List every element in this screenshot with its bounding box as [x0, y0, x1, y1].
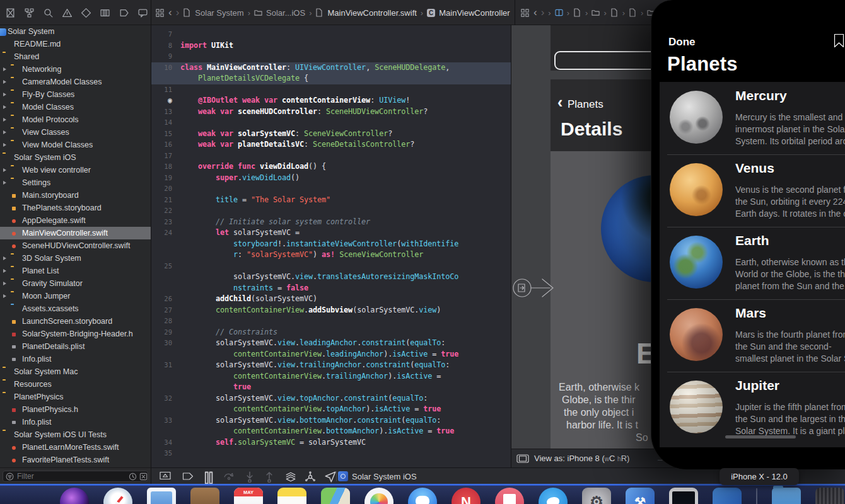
app-icon-xcode-beta[interactable]: [713, 488, 742, 504]
sidebar-file-row[interactable]: Solar System iOS: [0, 151, 151, 164]
sidebar-file-row[interactable]: View Classes: [0, 126, 151, 139]
device-icon[interactable]: [516, 454, 529, 463]
disclosure-triangle-icon[interactable]: [3, 130, 6, 134]
sidebar-file-row[interactable]: Resources: [0, 378, 151, 391]
debug-icon[interactable]: [100, 8, 110, 18]
step-over-icon[interactable]: [223, 471, 235, 481]
sidebar-file-row[interactable]: Assets.xcassets: [0, 302, 151, 315]
sidebar-file-row[interactable]: Solar System Mac: [0, 365, 151, 378]
segue-arrow-icon[interactable]: [511, 270, 558, 306]
forward-button[interactable]: ›: [176, 8, 180, 17]
tests-icon[interactable]: [81, 8, 91, 18]
sidebar-file-row[interactable]: SceneHUDViewController.swift: [0, 239, 151, 252]
disclosure-triangle-icon[interactable]: [3, 67, 6, 71]
app-icon-mail[interactable]: [147, 488, 176, 504]
sidebar-file-row[interactable]: Moon Jumper: [0, 290, 151, 302]
step-out-icon[interactable]: [264, 471, 275, 481]
dock-trash[interactable]: [815, 488, 844, 504]
sidebar-file-row[interactable]: AppDelegate.swift: [0, 214, 151, 227]
disclosure-triangle-icon[interactable]: [3, 256, 6, 260]
sidebar-file-row[interactable]: MainViewController.swift: [0, 227, 151, 239]
sidebar-file-row[interactable]: Gravity Simulator: [0, 277, 151, 290]
app-icon-messages[interactable]: [408, 488, 437, 504]
app-icon-blue-bird[interactable]: [539, 488, 568, 504]
back-button[interactable]: ‹: [533, 8, 537, 17]
app-icon-maps[interactable]: [321, 488, 350, 504]
disclosure-triangle-icon[interactable]: [3, 269, 6, 273]
sidebar-file-row[interactable]: View Model Classes: [0, 139, 151, 151]
sidebar-file-row[interactable]: Info.plist: [0, 353, 151, 365]
source-editor[interactable]: 78import UIKit910class MainViewControlle…: [151, 25, 511, 467]
app-icon-photos[interactable]: [364, 488, 393, 504]
issues-icon[interactable]: [62, 8, 73, 18]
search-icon[interactable]: [43, 8, 54, 18]
folder-icon[interactable]: [592, 8, 600, 17]
files-icon[interactable]: [5, 8, 16, 18]
simulate-location-icon[interactable]: [325, 471, 336, 481]
sidebar-file-row[interactable]: Main.storyboard: [0, 189, 151, 202]
breakpoints-active-icon[interactable]: [182, 471, 194, 481]
memory-graph-icon[interactable]: [305, 471, 316, 481]
app-icon-news[interactable]: N: [452, 488, 481, 504]
sidebar-file-row[interactable]: Info.plist: [0, 416, 151, 428]
pause-icon[interactable]: [203, 471, 214, 481]
back-button-label[interactable]: Planets: [568, 98, 603, 111]
app-icon-notes[interactable]: [277, 488, 306, 504]
toggle-debug-area-icon[interactable]: [160, 471, 171, 481]
disclosure-triangle-icon[interactable]: [3, 143, 6, 147]
sidebar-file-row[interactable]: README.md: [0, 38, 151, 50]
view-hierarchy-icon[interactable]: [285, 471, 296, 481]
storyboard-icon[interactable]: [573, 8, 581, 17]
sidebar-file-row[interactable]: PlanetPhysics.h: [0, 403, 151, 416]
sidebar-file-row[interactable]: Settings: [0, 176, 151, 189]
disclosure-triangle-icon[interactable]: [3, 93, 6, 96]
filter-field[interactable]: Filter: [3, 471, 148, 482]
step-into-icon[interactable]: [244, 471, 255, 481]
disclosure-triangle-icon[interactable]: [3, 181, 6, 185]
disclosure-triangle-icon[interactable]: [3, 118, 6, 122]
sidebar-file-row[interactable]: PlanetLearnMoreTests.swift: [0, 441, 151, 454]
sidebar-file-row[interactable]: SolarSystem-Bridging-Header.h: [0, 328, 151, 340]
app-icon-contacts[interactable]: [190, 488, 219, 504]
sidebar-file-row[interactable]: Fly-By Classes: [0, 88, 151, 101]
sidebar-file-row[interactable]: PlanetPhysics: [0, 391, 151, 403]
app-icon-system-preferences[interactable]: ⚙: [582, 488, 611, 504]
sidebar-file-row[interactable]: Networking: [0, 63, 151, 76]
disclosure-triangle-icon[interactable]: [3, 282, 6, 285]
back-button[interactable]: ‹: [168, 8, 172, 17]
split-icon[interactable]: [555, 8, 563, 17]
disclosure-triangle-icon[interactable]: [3, 105, 6, 109]
related-items-icon[interactable]: [155, 8, 165, 18]
doc-icon[interactable]: [629, 8, 637, 17]
doc-icon[interactable]: [610, 8, 619, 17]
sidebar-file-row[interactable]: 3D Solar System: [0, 252, 151, 265]
sidebar-file-row[interactable]: Shared: [0, 50, 151, 63]
planet-list-item[interactable]: VenusVenus is the second planet fro the …: [660, 154, 845, 227]
planet-list-item[interactable]: MarsMars is the fourth planet from the S…: [660, 299, 845, 372]
view-as-label[interactable]: View as: iPhone 8 (wC hR): [534, 454, 629, 463]
sidebar-file-row[interactable]: Web view controller: [0, 164, 151, 176]
breadcrumb-item[interactable]: MainViewController.swift: [327, 8, 416, 18]
sidebar-file-row[interactable]: ThePlanets.storyboard: [0, 202, 151, 214]
planet-list-item[interactable]: MercuryMercury is the smallest and inner…: [660, 82, 845, 154]
planet-list-item[interactable]: JupiterJupiter is the fifth planet from …: [660, 372, 845, 444]
app-icon-calendar[interactable]: MAY: [234, 488, 263, 504]
home-indicator[interactable]: [725, 435, 796, 438]
breakpoints-icon[interactable]: [119, 8, 129, 18]
breadcrumb-item[interactable]: MainViewController: [439, 8, 510, 18]
breadcrumb-item[interactable]: Solar...iOS: [266, 8, 305, 18]
sidebar-file-row[interactable]: Planet List: [0, 265, 151, 277]
app-icon-siri[interactable]: [60, 488, 89, 504]
app-icon-safari[interactable]: [103, 488, 132, 504]
sidebar-file-row[interactable]: PlanetDetails.plist: [0, 340, 151, 353]
app-icon-xcode[interactable]: ⚒: [626, 488, 655, 504]
sidebar-file-row[interactable]: LaunchScreen.storyboard: [0, 315, 151, 328]
sidebar-file-row[interactable]: CameraModel Classes: [0, 76, 151, 88]
sidebar-file-row[interactable]: Solar System iOS UI Tests: [0, 428, 151, 441]
breadcrumb-item[interactable]: Solar System: [195, 8, 243, 18]
bookmark-icon[interactable]: [834, 33, 844, 48]
disclosure-triangle-icon[interactable]: [3, 168, 6, 172]
back-chevron-icon[interactable]: ‹: [557, 94, 562, 110]
sidebar-file-row[interactable]: FavoritePlanetTests.swift: [0, 454, 151, 466]
disclosure-triangle-icon[interactable]: [3, 294, 6, 298]
